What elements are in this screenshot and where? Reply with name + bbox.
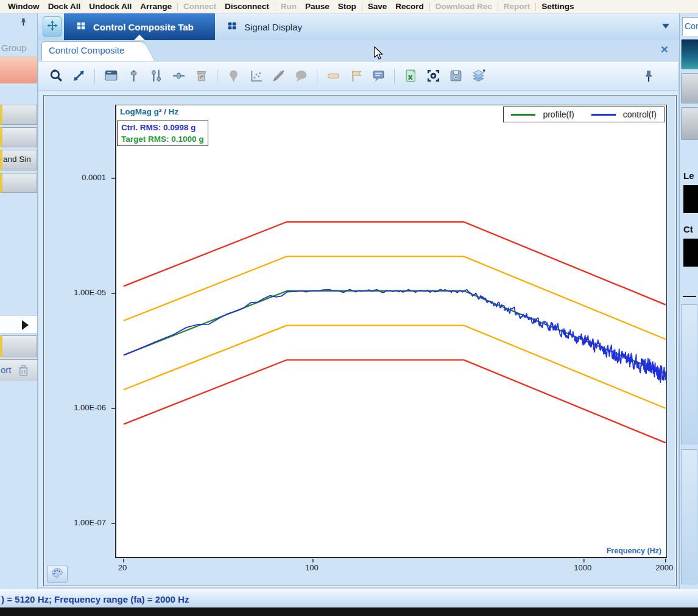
toolbar-separator <box>317 69 317 83</box>
save-data-icon[interactable] <box>448 68 464 84</box>
palette-button[interactable] <box>47 565 68 583</box>
dock-tab-button[interactable] <box>43 16 62 37</box>
chart-toolbar <box>38 61 679 91</box>
document-tab-label: Control Composite <box>49 45 124 55</box>
menu-separator <box>275 2 275 11</box>
right-panel-display <box>683 185 698 213</box>
right-panel-button[interactable] <box>681 73 698 103</box>
pushpin-icon[interactable] <box>641 68 657 84</box>
legend-label: profile(f) <box>543 110 574 119</box>
menu-separator <box>362 2 362 11</box>
right-panel-clipped: Cor Le Ct <box>679 13 698 589</box>
right-panel-divider <box>683 296 696 297</box>
comment-bubble-icon <box>293 68 309 84</box>
chevron-down-icon[interactable] <box>662 24 669 29</box>
menu-separator <box>535 2 536 11</box>
right-panel-box <box>681 449 697 584</box>
left-panel-clipped: Group and Sin ort <box>0 13 38 589</box>
hide-markers-icon <box>270 68 286 84</box>
left-panel-button-and-sin[interactable]: and Sin <box>0 150 37 170</box>
right-panel-ct-label: Ct <box>683 224 693 234</box>
chart-panel: LogMag g² / Hz Ctrl. RMS: 0.0998 g Targe… <box>43 95 677 586</box>
grid-icon <box>75 21 87 33</box>
right-panel-thumbnail-button[interactable] <box>681 39 698 69</box>
export-excel-icon[interactable] <box>403 68 418 84</box>
right-panel-button[interactable] <box>681 107 698 140</box>
tape-measure-icon <box>325 68 341 84</box>
y-tick-label: 0.0001 <box>82 173 106 182</box>
x-tick-label: 2000 <box>650 563 679 572</box>
left-panel-highlight-block[interactable] <box>0 57 38 83</box>
toolbar-separator <box>94 69 95 83</box>
limit-line-alarm-high <box>124 256 666 339</box>
menu-item-save[interactable]: Save <box>364 2 392 11</box>
left-panel-button[interactable] <box>0 105 37 125</box>
legend-item-profile: profile(f) <box>511 110 574 119</box>
y-tick-label: 1.00E-05 <box>74 288 106 297</box>
window-bottom-edge <box>0 607 698 616</box>
plot-area[interactable]: LogMag g² / Hz Ctrl. RMS: 0.0998 g Targe… <box>115 105 667 558</box>
right-panel-tab[interactable]: Cor <box>682 17 698 36</box>
control-curve <box>124 290 666 383</box>
legend-label: control(f) <box>623 110 657 119</box>
layers-overlay-icon[interactable] <box>470 68 486 84</box>
menu-item-stop[interactable]: Stop <box>334 2 361 11</box>
left-panel-group-label: Group <box>1 43 27 53</box>
rms-annotation-box: Ctrl. RMS: 0.0998 g Target RMS: 0.1000 g <box>117 121 208 146</box>
right-panel-display <box>683 239 698 267</box>
window-layout-icon[interactable] <box>103 68 119 84</box>
menu-item-dock-all[interactable]: Dock All <box>44 2 85 11</box>
toolbar-separator <box>217 69 217 83</box>
left-panel-button[interactable] <box>0 173 37 193</box>
menu-item-pause[interactable]: Pause <box>301 2 334 11</box>
palette-icon <box>51 566 64 582</box>
y-axis-tick-labels: 0.00011.00E-051.00E-061.00E-07 <box>44 105 111 558</box>
legend-item-control: control(f) <box>591 110 657 119</box>
menu-item-undock-all[interactable]: Undock All <box>85 2 136 11</box>
tab-signal-display[interactable]: Signal Display <box>215 13 322 40</box>
fit-to-window-icon[interactable] <box>71 68 86 84</box>
limit-line-abort-high <box>124 222 666 305</box>
chart-legend: profile(f) control(f) <box>503 107 665 122</box>
profile-curve <box>124 291 666 374</box>
application-window: Window Dock All Undock All Arrange Conne… <box>0 0 698 616</box>
left-panel-expander[interactable] <box>0 315 37 334</box>
pushpin-icon[interactable] <box>18 17 29 30</box>
status-text: ) = 5120 Hz; Frequency range (fa) = 2000… <box>0 594 189 604</box>
menu-item-disconnect[interactable]: Disconnect <box>220 2 273 11</box>
grid-icon <box>226 21 238 33</box>
left-panel-button[interactable] <box>0 335 37 357</box>
menu-item-settings[interactable]: Settings <box>537 2 578 11</box>
tab-control-composite[interactable]: Control Composite Tab <box>64 13 215 40</box>
document-tab-row: Control Composite × <box>38 40 679 61</box>
menu-item-run: Run <box>277 2 301 11</box>
single-cursor-icon[interactable] <box>125 68 141 84</box>
target-rms-value: Target RMS: 0.1000 g <box>121 133 204 145</box>
left-panel-and-sin-label: and Sin <box>2 150 37 164</box>
tab-label: Control Composite Tab <box>93 22 194 32</box>
screen-capture-icon[interactable] <box>425 68 441 84</box>
control-composite-pane: LogMag g² / Hz Ctrl. RMS: 0.0998 g Targe… <box>38 61 679 587</box>
close-icon[interactable]: × <box>661 41 668 57</box>
move-icon <box>46 19 59 35</box>
zoom-restore-icon[interactable] <box>48 68 64 84</box>
y-tick-label: 1.00E-07 <box>74 518 106 527</box>
tab-strip: Control Composite Tab Signal Display <box>38 13 679 40</box>
left-panel-button[interactable] <box>0 127 37 147</box>
scatter-view-icon[interactable] <box>248 68 264 84</box>
menu-item-record[interactable]: Record <box>391 2 428 11</box>
trash-icon[interactable] <box>16 363 31 380</box>
pair-cursor-icon[interactable] <box>148 68 164 84</box>
x-axis-tick-labels: 2010010002000 <box>115 563 669 575</box>
menu-bar: Window Dock All Undock All Arrange Conne… <box>0 0 698 13</box>
menu-item-arrange[interactable]: Arrange <box>136 2 176 11</box>
toolbar-separator <box>394 69 395 83</box>
menu-item-connect: Connect <box>179 2 220 11</box>
left-panel-report-row[interactable]: ort <box>0 359 37 381</box>
x-tick-label: 1000 <box>568 563 598 572</box>
document-tab-control-composite[interactable]: Control Composite <box>41 41 155 61</box>
note-annotation-icon[interactable] <box>370 68 386 84</box>
y-tick-label: 1.00E-06 <box>74 403 106 412</box>
menu-item-window[interactable]: Window <box>4 2 44 11</box>
horizontal-cursor-icon[interactable] <box>171 68 186 84</box>
